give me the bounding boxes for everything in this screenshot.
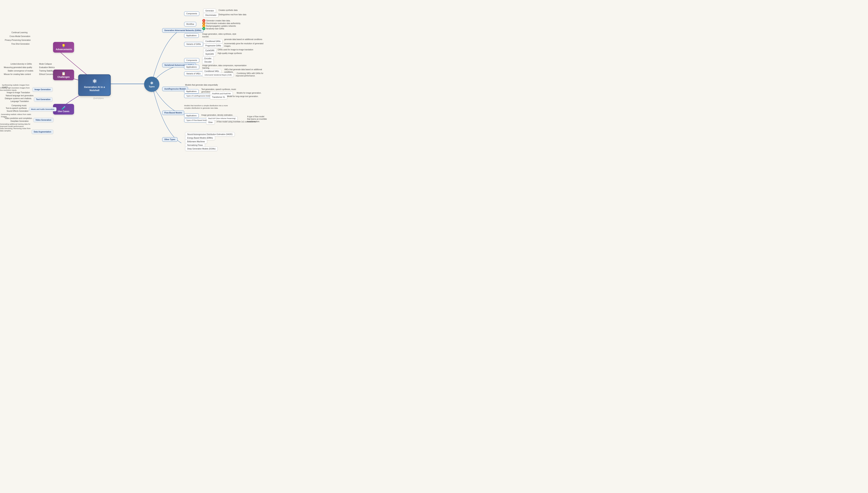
style-gan: StyleGAN (203, 52, 216, 56)
mindmap-container: ⚛ Generative AI in a Nutshell ⚛ Types 💡 … (0, 0, 267, 172)
center-icon: ⚛ (83, 78, 106, 84)
gans-wf-4: 4 Iteratively train GANs (202, 27, 224, 30)
uc-ig-2: Image-to-Image Translation (7, 91, 30, 93)
chal-left-2: Stable convergence of models (8, 70, 34, 72)
uc-ma-2: Sound Effects Generation (7, 110, 28, 112)
uc-ma-1: Text-to-speech synthesis (6, 107, 27, 109)
glow: Glow (206, 120, 215, 125)
real-nvp: Real NVP (Non-Volume Preserving) (206, 116, 238, 121)
uc-vg-1: Video prediction and completion. (5, 117, 33, 119)
center-node: ⚛ Generative AI in a Nutshell (78, 74, 111, 96)
uc-tg-0: Natural language text generation. (6, 94, 34, 97)
uc-video-header: Video Generation (34, 118, 54, 122)
types-icon: ⚛ (150, 81, 154, 85)
chal-right-0: Mode Collapse (39, 63, 52, 65)
gans-variants: Variants of GANs (184, 42, 203, 46)
uc-vg-2: Deepfake Generation (11, 120, 28, 122)
flow-header: Flow-Based Models (162, 111, 184, 115)
gans-gen-desc: Creates synthetic data (219, 9, 238, 11)
uc-data-aug-header: Data Augmentation (32, 130, 53, 134)
advancements-icon: 💡 (56, 44, 72, 48)
advancements-node: 💡 Advancements (53, 42, 74, 52)
types-label: Types (149, 85, 155, 88)
uc-text-gen-header: Text Generation (34, 97, 53, 102)
avb: Adversarial Variational Bayes (AVB) (202, 73, 234, 77)
adv-item-0: Continual Learning (12, 31, 27, 34)
watermark: @abhijitjana (93, 97, 104, 99)
uc-image-gen-header: Image Generation (33, 87, 53, 92)
uc-da-0: Generating additional training data for … (0, 123, 31, 128)
other-types-header: Other Types (162, 137, 178, 142)
adv-item-2: Privacy-Preserving Generation (5, 39, 31, 41)
gans-workflow: Workflow (184, 22, 196, 26)
cycle-gan-desc: GANs used for image-to-image translation (218, 49, 253, 51)
cond-gans: Conditional GANs (203, 39, 223, 43)
chal-right-1: Evaluation Metrics (39, 66, 55, 68)
vaes-decoder: Decoder (202, 60, 214, 64)
ar-desc: Models that generate data sequentially (185, 84, 218, 86)
gans-applications: Applications (184, 34, 199, 38)
uc-da-1: Data Denoising: Removing noise from data… (0, 127, 31, 132)
chal-left-1: Measuring generated data quality (4, 66, 32, 68)
gans-discriminator: Discriminator (203, 13, 219, 17)
pixelrnn-desc: Models for image generation. (237, 92, 261, 94)
chal-right-3: Ethical Concerns (39, 73, 54, 75)
gans-components: Components (184, 12, 199, 16)
avb-desc: : Combining VAEs with GANs for improved … (236, 72, 267, 77)
adv-item-1: Cross-Modal Generation (9, 35, 31, 37)
gans-app-desc: Image generation, video synthesis, style… (202, 33, 241, 38)
types-node: ⚛ Types (144, 77, 159, 92)
center-label: Generative AI in a Nutshell (83, 86, 106, 92)
chal-right-2: Training Stability (39, 70, 53, 72)
advancements-label: Advancements (56, 48, 72, 51)
transformer-xl-desc: Model for long-range text generation. (227, 95, 258, 98)
challenges-label: Challenges (56, 76, 72, 78)
style-gan-desc: High-quality image synthesis (218, 52, 242, 54)
uc-ma-0: Composing music (12, 105, 26, 107)
glow-desc: : A flow model using invertible 1x1 conv… (216, 121, 256, 123)
ar-types: Types of AutoRegressive Models (184, 94, 214, 98)
vaes-components: Components (184, 58, 199, 63)
adv-item-3: Few-Shot Generation (12, 43, 29, 45)
dgms: Deep Generative Models (DGMs) (185, 147, 218, 151)
uc-tg-1: Dialogue systems and chatbots. (5, 98, 32, 100)
challenges-node: 📋 Challenges (53, 70, 74, 80)
flow-apps: Applications (184, 113, 199, 118)
prog-gans: Progressive GANs (203, 43, 223, 48)
cond-gans-desc: generate data based on additional condit… (224, 38, 262, 41)
use-cases-label: Use Cases (56, 110, 72, 113)
gans-header: Generative Adversarial Networks (GANs) (162, 28, 203, 33)
gans-disc-desc: Distinguishes real from fake data (219, 14, 246, 16)
challenges-icon: 📋 (56, 71, 72, 76)
chal-left-0: Limited diversity in GANs (11, 63, 32, 65)
transformer-xl: Transformer XL (210, 95, 227, 99)
gans-generator: Generator (203, 8, 216, 13)
vaes-apps: Applications: (184, 65, 199, 69)
flow-desc: Models that transform a simple distribut… (184, 105, 234, 109)
use-cases-icon: 🧪 (56, 106, 72, 110)
vaes-variants: Variants of VAEs: (184, 71, 203, 76)
chal-left-3: Misuse for creating fake content (4, 73, 31, 75)
uc-music-header: Music and Audio Generation (29, 107, 57, 111)
uc-tg-2: Language Translation (11, 100, 29, 102)
uc-ig-1: Creating high-resolution images from low… (0, 87, 31, 91)
ar-apps: Applications (184, 89, 199, 93)
prog-gans-desc: incrementally grow the resolution of gen… (224, 42, 266, 47)
flow-apps-desc: Image generation, density estimation. (201, 114, 233, 116)
